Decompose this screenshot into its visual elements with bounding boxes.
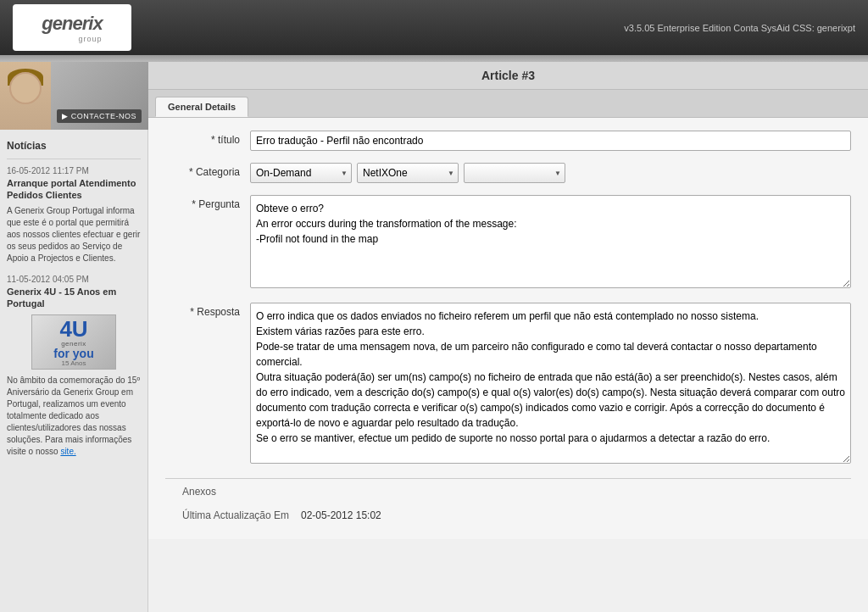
categoria-label: * Categoria <box>165 163 250 178</box>
resposta-row: * Resposta O erro indica que os dados en… <box>165 303 851 466</box>
news-link[interactable]: site. <box>60 447 75 456</box>
tab-general-details[interactable]: General Details <box>155 97 248 117</box>
header-separator <box>0 55 868 62</box>
titulo-input[interactable] <box>250 131 851 151</box>
news-item-2: 11-05-2012 04:05 PM Generix 4U - 15 Anos… <box>7 275 141 459</box>
news-date-2: 11-05-2012 04:05 PM <box>7 275 141 284</box>
article-title: Article #3 <box>148 62 868 90</box>
foryou-4u: 4U <box>59 318 87 340</box>
logo: generix group <box>13 4 131 51</box>
pergunta-control: Obteve o erro? An error occurs during th… <box>250 195 851 291</box>
news-headline-2: Generix 4U - 15 Anos em Portugal <box>7 286 141 310</box>
categoria-control: On-Demand SaaS NetIXOne Other <box>250 163 851 183</box>
header: generix group v3.5.05 Enterprise Edition… <box>0 0 868 55</box>
pergunta-textarea[interactable]: Obteve o erro? An error occurs during th… <box>250 195 851 288</box>
news-body-2: No âmbito da comemoração do 15º Aniversá… <box>7 375 141 458</box>
sidebar-banner: ▶ CONTACTE-NOS <box>0 62 148 130</box>
categoria-select-2-wrapper: NetIXOne Other <box>357 163 459 183</box>
update-row: Última Actualização Em 02-05-2012 15:02 <box>165 504 851 526</box>
anexos-label: Anexos <box>165 486 851 498</box>
avatar-face <box>9 72 42 104</box>
categoria-select-3-wrapper: Option <box>464 163 565 183</box>
resposta-textarea[interactable]: O erro indica que os dados enviados no f… <box>250 303 851 464</box>
foryou-years: 15 Anos <box>62 359 86 367</box>
tabs-area: General Details <box>148 90 868 118</box>
sidebar: ▶ CONTACTE-NOS Notícias 16-05-2012 11:17… <box>0 62 148 612</box>
content-area: Article #3 General Details * título * Ca… <box>148 62 868 612</box>
titulo-control <box>250 131 851 151</box>
avatar <box>0 62 51 130</box>
foryou-image: 4U generix for you 15 Anos <box>31 314 116 370</box>
update-label: Última Actualização Em <box>165 509 301 521</box>
titulo-row: * título <box>165 131 851 151</box>
categoria-selects: On-Demand SaaS NetIXOne Other <box>250 163 851 183</box>
news-title: Notícias <box>7 136 141 159</box>
news-date-1: 16-05-2012 11:17 PM <box>7 166 141 175</box>
pergunta-label: * Pergunta <box>165 195 250 210</box>
categoria-select-1-wrapper: On-Demand SaaS <box>250 163 352 183</box>
form-area: * título * Categoria On-Demand SaaS <box>148 118 868 539</box>
resposta-control: O erro indica que os dados enviados no f… <box>250 303 851 466</box>
logo-text: generix <box>42 13 102 34</box>
news-headline-1: Arranque portal Atendimento Pedidos Clie… <box>7 177 141 202</box>
contact-button[interactable]: ▶ CONTACTE-NOS <box>57 109 142 123</box>
update-value: 02-05-2012 15:02 <box>301 509 381 521</box>
resposta-label: * Resposta <box>165 303 250 318</box>
anexos-row: Anexos <box>165 478 851 504</box>
logo-sub: group <box>42 35 102 43</box>
titulo-label: * título <box>165 131 250 146</box>
categoria-select-3[interactable]: Option <box>464 163 565 183</box>
categoria-select-1[interactable]: On-Demand SaaS <box>250 163 352 183</box>
version-info: v3.5.05 Enterprise Edition Conta SysAid … <box>624 23 855 33</box>
main-layout: ▶ CONTACTE-NOS Notícias 16-05-2012 11:17… <box>0 62 868 612</box>
foryou-label: for you <box>53 348 93 359</box>
news-body-1: A Generix Group Portugal informa que est… <box>7 205 141 264</box>
news-item-1: 16-05-2012 11:17 PM Arranque portal Aten… <box>7 166 141 264</box>
news-section: Notícias 16-05-2012 11:17 PM Arranque po… <box>0 130 147 475</box>
pergunta-row: * Pergunta Obteve o erro? An error occur… <box>165 195 851 291</box>
categoria-select-2[interactable]: NetIXOne Other <box>357 163 459 183</box>
categoria-row: * Categoria On-Demand SaaS NetIXOne <box>165 163 851 183</box>
